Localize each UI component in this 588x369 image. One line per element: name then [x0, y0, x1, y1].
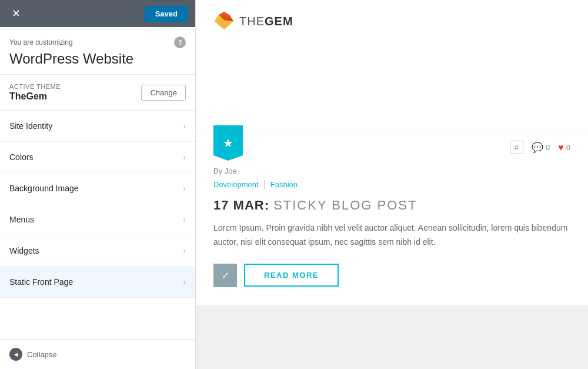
read-more-button[interactable]: READ MORE [244, 264, 339, 287]
share-button[interactable]: ⤢ [213, 264, 237, 287]
active-theme-label: Active theme [9, 83, 61, 90]
post-meta-right: # 💬 0 ♥ 0 [510, 141, 570, 154]
theme-name: TheGem [9, 91, 61, 102]
collapse-label: Collapse [27, 350, 57, 359]
site-header: THEGEM [196, 0, 588, 42]
category-development[interactable]: Development [213, 180, 259, 189]
post-actions: ⤢ READ MORE [213, 264, 570, 287]
nav-item-label: Menus [9, 215, 34, 224]
chevron-right-icon: › [183, 184, 186, 193]
post-header: ★ # 💬 0 ♥ 0 [213, 131, 570, 161]
chevron-right-icon: › [183, 246, 186, 255]
chevron-right-icon: › [183, 277, 186, 287]
collapse-bar[interactable]: ◄ Collapse [0, 339, 195, 369]
customizer-panel: ✕ Saved You are customizing ? WordPress … [0, 0, 196, 369]
post-title: 17 MAR: STICKY BLOG POST [213, 198, 570, 213]
heart-icon: ♥ [558, 142, 564, 153]
nav-item-label: Static Front Page [9, 277, 73, 287]
comments-count-group: 💬 0 [532, 142, 550, 153]
nav-item-label: Background Image [9, 184, 79, 193]
logo: THEGEM [213, 11, 293, 32]
nav-item-static-front-page[interactable]: Static Front Page › [0, 267, 195, 298]
star-icon: ★ [223, 136, 233, 150]
brand-text: THEGEM [239, 15, 293, 28]
saved-button[interactable]: Saved [145, 6, 188, 22]
likes-count: 0 [566, 143, 570, 152]
collapse-icon: ◄ [9, 348, 22, 361]
category-fashion[interactable]: Fashion [270, 180, 298, 189]
nav-item-label: Site Identity [9, 121, 52, 131]
post-title-text: STICKY BLOG POST [273, 198, 417, 212]
top-bar: ✕ Saved [0, 0, 195, 27]
active-theme-section: Active theme TheGem Change [0, 75, 195, 111]
bookmark-flag: ★ [213, 125, 243, 161]
nav-item-site-identity[interactable]: Site Identity › [0, 111, 195, 142]
gem-logo-icon [213, 11, 235, 32]
preview-panel: THEGEM ★ # 💬 0 ♥ 0 By Joe De [196, 0, 588, 369]
blog-post-card: ★ # 💬 0 ♥ 0 By Joe Development | Fashion… [196, 131, 588, 305]
customizing-section: You are customizing ? WordPress Website [0, 27, 195, 75]
nav-item-label: Widgets [9, 246, 39, 255]
category-separator: | [263, 179, 266, 190]
post-excerpt: Lorem Ipsum. Proin gravida nibh vel veli… [213, 221, 570, 250]
chevron-right-icon: › [183, 121, 186, 131]
nav-item-widgets[interactable]: Widgets › [0, 235, 195, 267]
chevron-right-icon: › [183, 215, 186, 224]
hash-icon[interactable]: # [510, 141, 523, 154]
post-author: By Joe [213, 167, 570, 175]
comment-icon: 💬 [532, 142, 543, 153]
help-icon[interactable]: ? [174, 36, 186, 48]
brand-gem-text: GEM [265, 15, 293, 28]
nav-item-label: Colors [9, 152, 33, 162]
hero-area [196, 42, 588, 131]
share-icon: ⤢ [222, 270, 229, 281]
nav-item-menus[interactable]: Menus › [0, 204, 195, 235]
site-title: WordPress Website [9, 51, 186, 67]
brand-the-text: THE [239, 15, 265, 28]
likes-count-group: ♥ 0 [558, 142, 570, 153]
customizing-label: You are customizing [9, 38, 73, 46]
nav-item-colors[interactable]: Colors › [0, 142, 195, 173]
nav-item-background-image[interactable]: Background Image › [0, 173, 195, 204]
close-button[interactable]: ✕ [7, 5, 25, 22]
change-theme-button[interactable]: Change [141, 85, 186, 101]
chevron-right-icon: › [183, 152, 186, 162]
post-categories: Development | Fashion [213, 179, 570, 190]
comments-count: 0 [546, 143, 550, 152]
nav-items: Site Identity › Colors › Background Imag… [0, 111, 195, 339]
post-date: 17 MAR: [213, 198, 269, 212]
